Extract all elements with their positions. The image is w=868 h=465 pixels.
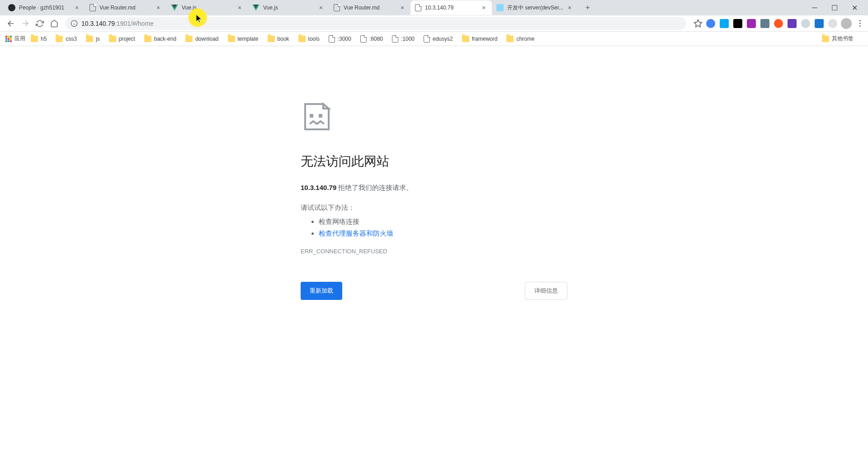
maximize-button[interactable]: ☐ — [828, 1, 841, 14]
close-icon[interactable]: × — [73, 4, 80, 11]
close-icon[interactable]: × — [155, 4, 162, 11]
url-path: :1901/#/home — [115, 20, 154, 27]
tab-devserver[interactable]: 开发中 server(devSer... × — [492, 0, 578, 15]
tab-ip-address[interactable]: 10.3.140.79 × — [410, 0, 492, 15]
error-page-content: 无法访问此网站 10.3.140.79 拒绝了我们的连接请求。 请试试以下办法：… — [0, 46, 868, 300]
svg-rect-5 — [319, 114, 322, 118]
bookmark-3000[interactable]: :3000 — [329, 35, 351, 43]
error-host: 10.3.140.79 — [301, 184, 336, 191]
error-buttons: 重新加载 详细信息 — [301, 282, 567, 300]
home-button[interactable] — [48, 17, 61, 30]
close-icon[interactable]: × — [399, 4, 406, 11]
close-icon[interactable]: × — [236, 4, 243, 11]
tab-title: Vue Router.md — [99, 5, 152, 11]
ext-icon-9[interactable] — [815, 19, 824, 28]
close-window-button[interactable]: ✕ — [848, 1, 861, 14]
tab-title: Vue Router.md — [344, 5, 396, 11]
svg-marker-3 — [694, 19, 702, 27]
folder-icon — [822, 36, 829, 42]
close-icon[interactable]: × — [317, 4, 325, 11]
ext-icon-2[interactable] — [720, 19, 729, 28]
file-icon — [90, 4, 96, 11]
bookmark-book[interactable]: book — [268, 36, 289, 42]
proxy-firewall-link[interactable]: 检查代理服务器和防火墙 — [319, 229, 393, 237]
bookmark-8080[interactable]: :8080 — [360, 35, 383, 43]
bookmark-tools[interactable]: tools — [298, 36, 320, 42]
window-controls: ─ ☐ ✕ — [808, 1, 864, 14]
ext-icon-3[interactable] — [733, 19, 742, 28]
menu-button[interactable] — [855, 19, 864, 28]
github-icon — [8, 4, 15, 11]
folder-icon — [462, 36, 469, 42]
url-host: 10.3.140.79 — [81, 20, 115, 27]
tab-vuejs-2[interactable]: Vue.js × — [248, 0, 329, 15]
ext-icon-4[interactable] — [747, 19, 756, 28]
folder-icon — [56, 36, 63, 42]
new-tab-button[interactable]: + — [581, 1, 594, 14]
tab-people[interactable]: People · gzh51901 × — [4, 0, 85, 15]
apps-button[interactable]: 应用 — [5, 35, 25, 43]
tab-vuejs-1[interactable]: Vue.js × — [166, 0, 248, 15]
tab-bar: People · gzh51901 × Vue Router.md × Vue.… — [0, 0, 868, 15]
svg-rect-4 — [310, 114, 313, 118]
ext-icon-7[interactable] — [788, 19, 797, 28]
file-icon — [424, 35, 430, 43]
address-bar: 10.3.140.79:1901/#/home — [0, 15, 868, 32]
bookmark-project[interactable]: project — [109, 36, 135, 42]
url-input[interactable]: 10.3.140.79:1901/#/home — [65, 17, 686, 30]
file-icon — [392, 35, 398, 43]
file-icon — [329, 35, 335, 43]
tab-title: People · gzh51901 — [19, 5, 71, 11]
suggestion-item: 检查代理服务器和防火墙 — [319, 228, 567, 239]
bookmark-download[interactable]: download — [185, 36, 218, 42]
webpack-icon — [496, 4, 504, 11]
bookmarks-bar: 应用 h5 css3 js project back-end download … — [0, 32, 868, 46]
close-icon[interactable]: × — [480, 4, 487, 11]
minimize-button[interactable]: ─ — [808, 1, 821, 14]
bookmark-js[interactable]: js — [86, 36, 100, 42]
tab-title: 开发中 server(devSer... — [507, 4, 563, 12]
other-bookmarks[interactable]: 其他书签 — [822, 35, 854, 43]
bookmark-frameword[interactable]: frameword — [462, 36, 498, 42]
bookmark-star-icon[interactable] — [693, 19, 703, 28]
folder-icon — [109, 36, 116, 42]
suggestions-label: 请试试以下办法： — [301, 204, 567, 212]
tab-title: Vue.js — [182, 5, 233, 11]
bookmark-backend[interactable]: back-end — [144, 36, 176, 42]
apps-label: 应用 — [14, 35, 25, 43]
bookmark-css3[interactable]: css3 — [56, 36, 77, 42]
bookmark-chrome[interactable]: chrome — [506, 36, 534, 42]
file-icon — [415, 4, 421, 11]
tab-vue-router-2[interactable]: Vue Router.md × — [329, 0, 410, 15]
error-desc-suffix: 拒绝了我们的连接请求。 — [336, 184, 413, 191]
bookmark-1000[interactable]: :1000 — [392, 35, 415, 43]
ext-icon-10[interactable] — [828, 19, 837, 28]
ext-icon-6[interactable] — [774, 19, 783, 28]
file-icon — [334, 4, 340, 11]
error-title: 无法访问此网站 — [301, 153, 567, 170]
tab-title: 10.3.140.79 — [425, 5, 477, 11]
error-description: 10.3.140.79 拒绝了我们的连接请求。 — [301, 184, 567, 192]
folder-icon — [268, 36, 275, 42]
folder-icon — [144, 36, 151, 42]
reload-button[interactable] — [33, 17, 46, 30]
ext-icon-1[interactable] — [706, 19, 715, 28]
details-button[interactable]: 详细信息 — [525, 282, 567, 300]
folder-icon — [228, 36, 235, 42]
tab-vue-router[interactable]: Vue Router.md × — [85, 0, 166, 15]
bookmark-template[interactable]: template — [228, 36, 259, 42]
folder-icon — [185, 36, 193, 42]
bookmark-edusys2[interactable]: edusys2 — [424, 35, 453, 43]
back-button[interactable] — [5, 17, 17, 30]
reload-button[interactable]: 重新加载 — [301, 282, 342, 300]
apps-icon — [5, 36, 12, 42]
vue-icon — [252, 5, 259, 11]
close-icon[interactable]: × — [566, 4, 573, 11]
folder-icon — [31, 36, 38, 42]
bookmark-h5[interactable]: h5 — [31, 36, 47, 42]
profile-avatar[interactable] — [841, 18, 852, 29]
forward-button[interactable] — [19, 17, 32, 30]
ext-icon-8[interactable] — [801, 19, 810, 28]
ext-icon-5[interactable] — [760, 19, 769, 28]
info-icon — [71, 20, 78, 27]
